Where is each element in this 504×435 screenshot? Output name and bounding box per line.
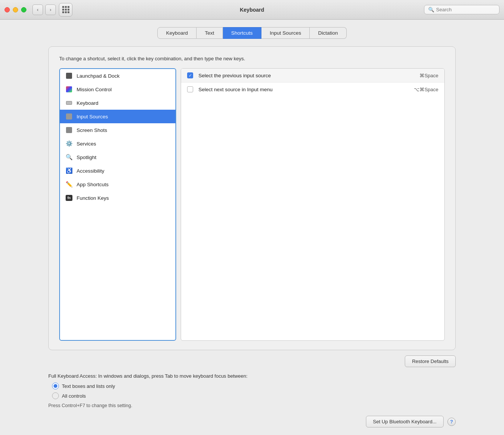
tab-dictation[interactable]: Dictation [310, 27, 347, 39]
radio-group: Text boxes and lists only All controls [52, 383, 456, 399]
sidebar-item-screen-shots[interactable]: Screen Shots [60, 123, 175, 137]
search-bar[interactable]: 🔍 [424, 5, 499, 14]
sidebar-item-app-shortcuts[interactable]: ✏️ App Shortcuts [60, 178, 175, 191]
tab-text[interactable]: Text [197, 27, 223, 39]
access-title: Full Keyboard Access: In windows and dia… [48, 373, 456, 379]
accessibility-icon: ♿ [65, 167, 73, 175]
function-keys-icon: fn [65, 194, 73, 202]
sidebar-item-label: Screen Shots [77, 127, 107, 133]
input-sources-icon [65, 113, 73, 120]
search-input[interactable] [436, 7, 495, 12]
sidebar-item-label: Keyboard [77, 100, 98, 106]
sidebar-item-label: Services [77, 141, 96, 147]
sidebar-item-label: Input Sources [77, 114, 108, 119]
spotlight-icon: 🔍 [65, 153, 73, 161]
restore-row: Restore Defaults [48, 355, 456, 367]
tab-shortcuts[interactable]: Shortcuts [223, 27, 261, 39]
sidebar-item-label: Launchpad & Dock [77, 73, 120, 79]
shortcut-row-next-source: Select next source in Input menu ⌥⌘Space [181, 83, 444, 96]
keyboard-icon [65, 99, 73, 107]
mission-control-icon [65, 86, 73, 93]
sidebar-list: Launchpad & Dock Mission Control Keyboar… [59, 68, 176, 341]
sidebar-item-input-sources[interactable]: Input Sources [60, 110, 175, 123]
two-column-layout: Launchpad & Dock Mission Control Keyboar… [59, 68, 445, 341]
minimize-button[interactable] [13, 7, 18, 12]
window-title: Keyboard [240, 7, 264, 13]
search-icon: 🔍 [428, 7, 434, 12]
app-shortcuts-icon: ✏️ [65, 181, 73, 188]
shortcut-keys-next-source: ⌥⌘Space [414, 87, 438, 92]
shortcut-checkbox-prev-input[interactable]: ✓ [187, 72, 193, 78]
main-content: Keyboard Text Shortcuts Input Sources Di… [0, 20, 504, 435]
radio-text-boxes[interactable]: Text boxes and lists only [52, 383, 456, 389]
sidebar-item-keyboard[interactable]: Keyboard [60, 96, 175, 110]
nav-buttons: ‹ › [32, 5, 56, 15]
services-icon: ⚙️ [65, 140, 73, 147]
radio-all-controls-circle [52, 392, 59, 399]
shortcut-label-prev-input: Select the previous input source [198, 73, 419, 78]
restore-defaults-button[interactable]: Restore Defaults [405, 355, 456, 367]
back-button[interactable]: ‹ [32, 5, 43, 15]
instruction-text: To change a shortcut, select it, click t… [59, 56, 445, 61]
shortcut-row-prev-input: ✓ Select the previous input source ⌘Spac… [181, 69, 444, 83]
shortcut-checkbox-next-source[interactable] [187, 86, 193, 92]
grid-button[interactable] [59, 3, 72, 17]
shortcuts-panel: ✓ Select the previous input source ⌘Spac… [181, 68, 445, 341]
full-keyboard-access-section: Full Keyboard Access: In windows and dia… [48, 373, 456, 408]
sidebar-item-function-keys[interactable]: fn Function Keys [60, 191, 175, 205]
tab-input-sources[interactable]: Input Sources [261, 27, 310, 39]
sidebar-item-label: Function Keys [77, 195, 109, 201]
close-button[interactable] [5, 7, 10, 12]
title-bar: ‹ › Keyboard 🔍 [0, 0, 504, 20]
launchpad-icon [65, 72, 73, 80]
sidebar-item-spotlight[interactable]: 🔍 Spotlight [60, 150, 175, 164]
radio-all-controls[interactable]: All controls [52, 392, 456, 399]
screen-shots-icon [65, 126, 73, 134]
sidebar-item-label: Spotlight [77, 155, 97, 160]
radio-text-boxes-label: Text boxes and lists only [62, 383, 115, 389]
tab-keyboard[interactable]: Keyboard [157, 27, 197, 39]
bottom-area: Restore Defaults Full Keyboard Access: I… [48, 355, 456, 427]
sidebar-item-services[interactable]: ⚙️ Services [60, 137, 175, 150]
sidebar-item-accessibility[interactable]: ♿ Accessibility [60, 164, 175, 178]
footer-row: Set Up Bluetooth Keyboard... ? [48, 416, 456, 427]
forward-button[interactable]: › [45, 5, 56, 15]
radio-text-boxes-circle [52, 383, 59, 389]
bluetooth-keyboard-button[interactable]: Set Up Bluetooth Keyboard... [366, 416, 444, 427]
panel: To change a shortcut, select it, click t… [48, 46, 456, 350]
shortcut-keys-prev-input: ⌘Space [419, 73, 438, 78]
hint-text: Press Control+F7 to change this setting. [48, 403, 456, 408]
grid-icon [62, 6, 69, 13]
sidebar-item-label: App Shortcuts [77, 182, 109, 187]
sidebar-item-launchpad[interactable]: Launchpad & Dock [60, 69, 175, 83]
shortcut-label-next-source: Select next source in Input menu [198, 87, 414, 92]
traffic-lights [5, 7, 26, 12]
maximize-button[interactable] [21, 7, 26, 12]
sidebar-item-label: Accessibility [77, 168, 104, 174]
sidebar-item-mission-control[interactable]: Mission Control [60, 83, 175, 96]
tab-bar: Keyboard Text Shortcuts Input Sources Di… [157, 27, 346, 39]
sidebar-item-label: Mission Control [77, 87, 112, 92]
radio-all-controls-label: All controls [62, 393, 86, 399]
help-button[interactable]: ? [447, 418, 456, 426]
